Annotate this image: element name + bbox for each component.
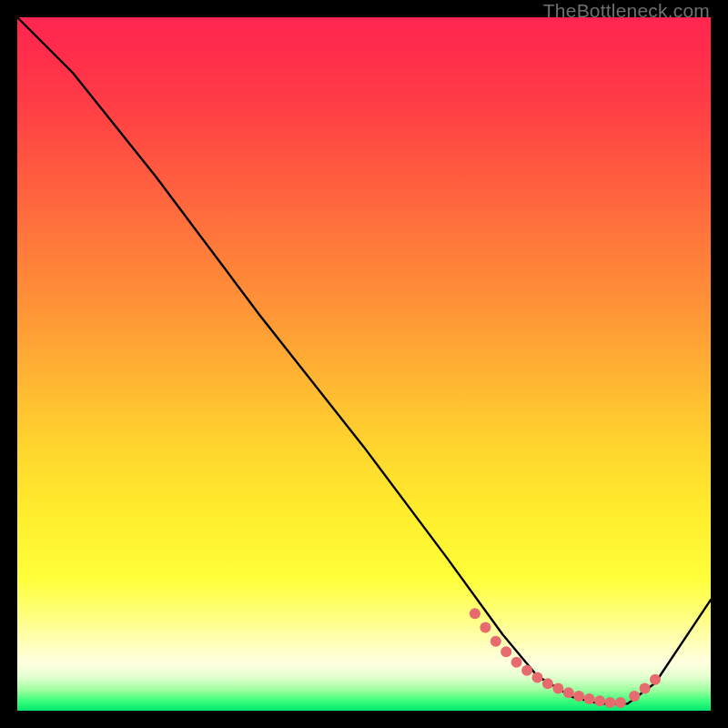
highlight-dot: [521, 665, 532, 676]
highlight-dot: [480, 622, 490, 633]
curve-line: [17, 17, 711, 703]
highlight-dot: [650, 674, 661, 685]
curve-line-group: [17, 17, 711, 703]
highlight-dot: [629, 691, 640, 702]
highlight-dot: [470, 608, 480, 619]
highlight-dot: [552, 683, 563, 694]
watermark-text: TheBottleneck.com: [543, 0, 710, 22]
highlight-dot: [532, 672, 543, 682]
highlight-dots-group: [470, 608, 661, 708]
highlight-dot: [542, 678, 553, 689]
chart-plot-area: [17, 17, 711, 711]
outer-frame: TheBottleneck.com: [0, 0, 728, 728]
highlight-dot: [615, 697, 626, 708]
highlight-dot: [500, 646, 511, 657]
highlight-dot: [563, 687, 574, 698]
highlight-dot: [490, 636, 501, 647]
highlight-dot: [605, 697, 616, 708]
highlight-dot: [511, 657, 522, 668]
chart-svg: [17, 17, 711, 711]
highlight-dot: [594, 695, 605, 706]
highlight-dot: [584, 693, 595, 704]
highlight-dot: [640, 683, 651, 694]
highlight-dot: [573, 691, 584, 702]
